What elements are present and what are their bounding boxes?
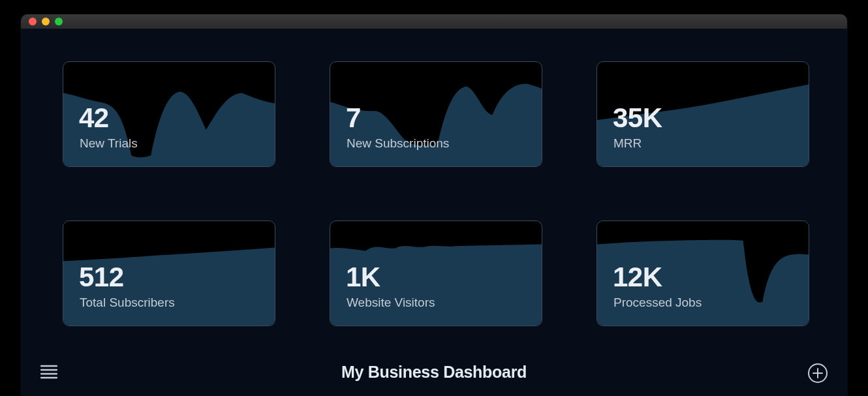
metric-card-website-visitors[interactable]: 1K Website Visitors <box>330 221 542 326</box>
metric-value: 12K <box>613 262 662 293</box>
add-button[interactable] <box>807 362 829 384</box>
dashboard-content: 42 New Trials 7 New Subscriptions 35K MR… <box>21 29 847 396</box>
window-minimize-button[interactable] <box>42 18 50 25</box>
window-close-button[interactable] <box>29 18 37 25</box>
metrics-grid: 42 New Trials 7 New Subscriptions 35K MR… <box>63 61 811 326</box>
sparkline-new-subscriptions <box>330 62 542 166</box>
metric-label: New Trials <box>80 136 138 151</box>
app-window: 42 New Trials 7 New Subscriptions 35K MR… <box>21 14 847 396</box>
metric-value: 512 <box>79 262 124 293</box>
metric-value: 7 <box>346 102 361 134</box>
metric-label: MRR <box>613 136 642 151</box>
metric-label: Processed Jobs <box>613 296 702 310</box>
metric-label: New Subscriptions <box>347 136 449 151</box>
metric-card-new-subscriptions[interactable]: 7 New Subscriptions <box>330 61 542 167</box>
dashboard-title: My Business Dashboard <box>341 363 527 382</box>
window-zoom-button[interactable] <box>55 18 63 25</box>
metric-label: Website Visitors <box>347 296 435 310</box>
metric-value: 1K <box>346 262 380 293</box>
window-titlebar <box>21 14 847 29</box>
metric-card-processed-jobs[interactable]: 12K Processed Jobs <box>597 221 809 326</box>
bottom-bar: My Business Dashboard <box>21 348 847 396</box>
metric-card-total-subscribers[interactable]: 512 Total Subscribers <box>63 221 275 326</box>
menu-button[interactable] <box>39 362 59 382</box>
metric-value: 42 <box>79 102 109 134</box>
plus-circle-icon <box>807 363 828 384</box>
menu-icon <box>40 365 57 379</box>
metric-value: 35K <box>613 102 662 134</box>
metric-label: Total Subscribers <box>80 296 175 310</box>
metric-card-new-trials[interactable]: 42 New Trials <box>63 61 275 167</box>
metric-card-mrr[interactable]: 35K MRR <box>597 61 809 167</box>
